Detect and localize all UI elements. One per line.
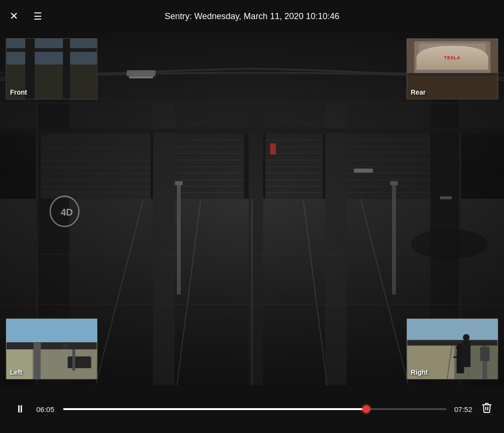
progress-thumb (362, 405, 370, 413)
svg-rect-91 (35, 342, 42, 379)
controls-bar: ⏸ 06:05 07:52 (0, 385, 504, 433)
main-video-area: 4D (0, 32, 504, 385)
pip-rear-label: Rear (411, 88, 426, 96)
header-title: Sentry: Wednesday, March 11, 2020 10:10:… (164, 11, 340, 22)
pip-left[interactable]: Left (6, 318, 98, 379)
main-video-bg: 4D (0, 32, 504, 385)
close-button[interactable]: ✕ (10, 11, 18, 22)
time-total: 07:52 (454, 405, 473, 413)
svg-rect-84 (442, 51, 462, 63)
pip-left-label: Left (10, 368, 22, 376)
pip-front-label: Front (10, 88, 27, 96)
progress-fill (63, 408, 366, 410)
header-bar: ✕ ☰ Sentry: Wednesday, March 11, 2020 10… (0, 0, 504, 32)
trash-icon (481, 402, 493, 413)
pip-right[interactable]: Right (406, 318, 498, 379)
svg-text:TESLA: TESLA (446, 55, 460, 60)
play-pause-button[interactable]: ⏸ (11, 403, 29, 415)
svg-rect-105 (463, 357, 467, 358)
progress-bar[interactable] (63, 408, 447, 410)
delete-button[interactable] (481, 402, 493, 416)
time-current: 06:05 (36, 405, 55, 413)
menu-button[interactable]: ☰ (33, 11, 42, 21)
pip-rear[interactable]: TESLA Rear (406, 38, 498, 99)
pip-right-label: Right (411, 368, 428, 376)
pip-front[interactable]: Front (6, 38, 98, 99)
